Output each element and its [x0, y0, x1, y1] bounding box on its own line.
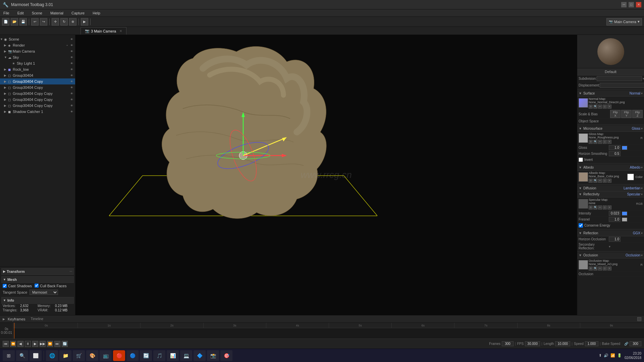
subdivision-arrow[interactable]: ▾ — [643, 77, 644, 80]
occ-edit[interactable]: ✏ — [598, 266, 602, 270]
transform-header[interactable]: ▶ Transform ··· — [1, 268, 74, 275]
play-prev[interactable]: ◀ — [17, 341, 23, 347]
intensity-input[interactable] — [609, 211, 621, 216]
normal-map-copy[interactable]: © — [603, 105, 607, 109]
occ-copy[interactable]: © — [603, 266, 607, 270]
app9-btn[interactable]: 🎯 — [220, 350, 232, 361]
menu-edit[interactable]: Edit — [16, 10, 25, 16]
play-next[interactable]: ▶▶ — [40, 341, 46, 347]
play-loop[interactable]: 🔄 — [62, 341, 68, 347]
reflection-header[interactable]: ▼ Reflection GGX ▾ — [577, 230, 644, 236]
tree-item-skylight[interactable]: ☀ Sky Light 1 👁 — [0, 60, 75, 66]
toolbar-save[interactable]: 💾 — [19, 18, 27, 25]
tree-item-group30404[interactable]: ▶ ◻ Group30404 👁 — [0, 72, 75, 78]
explorer-btn[interactable]: 📁 — [59, 350, 71, 361]
albedo-edit[interactable]: ✏ — [598, 179, 602, 183]
occ-settings[interactable]: ⚙ — [589, 266, 593, 270]
start-button[interactable]: ⊞ — [3, 350, 15, 361]
tab-close-icon[interactable]: ✕ — [119, 29, 122, 33]
menu-help[interactable]: Help — [91, 10, 102, 16]
photos-btn[interactable]: 🎨 — [86, 350, 98, 361]
tree-vis-shadow[interactable]: 👁 — [70, 110, 74, 114]
play-begin[interactable]: ⏮ — [3, 341, 9, 347]
diffusion-header[interactable]: ▼ Diffusion Lambertian ▾ — [577, 185, 644, 191]
tree-vis-group30404-copy2[interactable]: 👁 — [70, 85, 74, 89]
search-taskbar-btn[interactable]: 🔍 — [16, 350, 28, 361]
flip-x-btn[interactable]: Flip X — [610, 110, 621, 118]
albedo-settings[interactable]: ⚙ — [589, 179, 593, 183]
frames-input[interactable] — [502, 341, 514, 346]
menu-capture[interactable]: Capture — [70, 10, 86, 16]
play-play[interactable]: ▶ — [32, 341, 38, 347]
camera-dropdown[interactable]: 📷 Main Camera ▾ — [606, 18, 642, 25]
normal-map-settings[interactable]: ⚙ — [589, 105, 593, 109]
timeline-resize-btn[interactable] — [637, 317, 641, 321]
specular-remove[interactable]: ✕ — [607, 205, 611, 209]
minimize-button[interactable]: ─ — [621, 2, 627, 7]
tree-vis-gcc3[interactable]: 👁 — [70, 104, 74, 108]
horizon-smoothing-input[interactable] — [609, 151, 621, 156]
tree-vis-scene[interactable]: 👁 — [70, 37, 74, 41]
gloss-map-copy[interactable]: © — [603, 140, 607, 144]
tree-add-render[interactable]: + — [65, 43, 69, 47]
app8-btn[interactable]: 📸 — [207, 350, 219, 361]
gloss-map-remove[interactable]: ✕ — [607, 140, 611, 144]
tree-item-scene[interactable]: ▼ ◉ Scene 👁 — [0, 36, 75, 42]
tree-item-gcc3[interactable]: ▶ ◻ Group30404 Copy Copy 👁 — [0, 103, 75, 109]
play-prev-key[interactable]: ⏪ — [10, 341, 16, 347]
cull-back-faces-checkbox[interactable] — [35, 284, 39, 288]
cast-shadows-checkbox[interactable] — [3, 284, 7, 288]
occ-search[interactable]: 🔍 — [593, 266, 597, 270]
specular-edit[interactable]: ✏ — [598, 205, 602, 209]
albedo-remove[interactable]: ✕ — [607, 179, 611, 183]
displacement-input[interactable] — [600, 83, 644, 88]
end-frame-input[interactable] — [630, 341, 641, 346]
flip-z-btn[interactable]: Flip Z — [632, 110, 643, 118]
tree-item-group30404-copy2[interactable]: ▶ ◻ Group30404 Copy 👁 — [0, 84, 75, 90]
system-clock[interactable]: 23:20 02/06/2018 — [625, 351, 641, 360]
info-header[interactable]: ▼ Info — [1, 297, 74, 304]
viewport[interactable]: www.rrcg.cn — [75, 35, 577, 315]
tree-vis-rocklow[interactable]: 👁 — [70, 67, 74, 71]
normal-map-remove[interactable]: ✕ — [607, 105, 611, 109]
app7-btn[interactable]: 🔷 — [194, 350, 206, 361]
length-input[interactable] — [555, 341, 570, 346]
mesh-header[interactable]: ▼ Mesh — [1, 276, 74, 283]
albedo-copy[interactable]: © — [603, 179, 607, 183]
gloss-map-search[interactable]: 🔍 — [593, 140, 597, 144]
tree-item-shadow-catcher[interactable]: ▶ ◼ Shadow Catcher 1 👁 — [0, 109, 75, 115]
tree-vis-render[interactable]: 👁 — [70, 43, 74, 47]
toolbar-undo[interactable]: ↩ — [31, 18, 39, 25]
horizon-occlusion-input[interactable] — [609, 237, 621, 242]
tree-vis-sky[interactable]: 👁 — [70, 55, 74, 59]
ie-btn[interactable]: 🌐 — [46, 350, 58, 361]
app2-btn[interactable]: 🔵 — [126, 350, 139, 361]
occ-remove[interactable]: ✕ — [607, 266, 611, 270]
tree-item-render[interactable]: ▶ ◈ Render + 👁 — [0, 42, 75, 48]
tree-item-rocklow[interactable]: ▶ ◼ Rock_low 👁 — [0, 66, 75, 72]
speed-input[interactable] — [585, 341, 598, 346]
tree-vis-gcc2[interactable]: 👁 — [70, 98, 74, 102]
toolbar-new[interactable]: 📄 — [2, 18, 9, 25]
fresnel-input[interactable] — [609, 217, 621, 222]
app1-btn[interactable]: 🔴 — [113, 350, 125, 361]
albedo-search[interactable]: 🔍 — [593, 179, 597, 183]
tab-main-camera[interactable]: 📷 3 Main Camera ✕ — [80, 27, 126, 35]
toolbar-scale[interactable]: ⊕ — [69, 18, 76, 25]
menu-material[interactable]: Material — [49, 10, 65, 16]
surface-header[interactable]: ▼ Surface Normal ▾ — [577, 90, 644, 97]
app3-btn[interactable]: 🔄 — [140, 350, 152, 361]
subdivision-input[interactable] — [597, 76, 642, 81]
toolbar-move[interactable]: ✛ — [52, 18, 59, 25]
close-button[interactable]: ✕ — [636, 2, 641, 7]
specular-settings[interactable]: ⚙ — [589, 205, 593, 209]
normal-map-edit[interactable]: ✏ — [598, 105, 602, 109]
normal-map-search[interactable]: 🔍 — [593, 105, 597, 109]
media-btn[interactable]: 📺 — [100, 350, 112, 361]
maximize-button[interactable]: □ — [629, 2, 634, 7]
tree-item-camera[interactable]: ▶ 📷 Main Camera 👁 — [0, 48, 75, 54]
tree-vis-group30404-copy[interactable]: 👁 — [70, 79, 74, 83]
reflectivity-header[interactable]: ▼ Reflectivity Specular ▾ — [577, 191, 644, 197]
app6-btn[interactable]: 💻 — [180, 350, 192, 361]
gloss-map-edit[interactable]: ✏ — [598, 140, 602, 144]
